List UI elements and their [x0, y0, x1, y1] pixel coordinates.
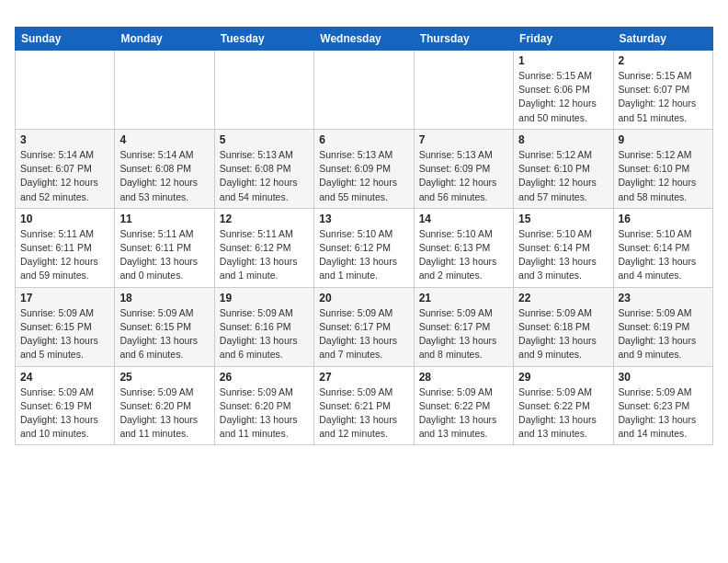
day-info: Sunrise: 5:10 AM Sunset: 6:13 PM Dayligh… — [419, 227, 508, 283]
weekday-header-cell: Wednesday — [314, 28, 414, 51]
calendar-cell: 5Sunrise: 5:13 AM Sunset: 6:08 PM Daylig… — [214, 129, 313, 208]
weekday-header-cell: Friday — [514, 28, 613, 51]
day-info: Sunrise: 5:09 AM Sunset: 6:23 PM Dayligh… — [619, 385, 708, 442]
calendar-cell: 18Sunrise: 5:09 AM Sunset: 6:15 PM Dayli… — [115, 287, 214, 366]
weekday-header-cell: Monday — [115, 28, 214, 51]
day-info: Sunrise: 5:13 AM Sunset: 6:08 PM Dayligh… — [220, 148, 309, 204]
day-info: Sunrise: 5:11 AM Sunset: 6:12 PM Dayligh… — [220, 227, 309, 283]
day-info: Sunrise: 5:10 AM Sunset: 6:14 PM Dayligh… — [619, 227, 708, 283]
day-number: 2 — [619, 54, 708, 67]
day-info: Sunrise: 5:09 AM Sunset: 6:15 PM Dayligh… — [119, 306, 209, 362]
calendar-cell: 2Sunrise: 5:15 AM Sunset: 6:07 PM Daylig… — [613, 51, 712, 130]
calendar-cell — [115, 51, 214, 130]
day-number: 19 — [220, 292, 309, 304]
calendar-week-row: 1Sunrise: 5:15 AM Sunset: 6:06 PM Daylig… — [16, 51, 713, 130]
day-number: 26 — [220, 371, 309, 384]
calendar-body: 1Sunrise: 5:15 AM Sunset: 6:06 PM Daylig… — [16, 51, 713, 445]
day-number: 30 — [619, 371, 708, 384]
day-number: 4 — [119, 133, 209, 146]
day-number: 22 — [518, 292, 608, 304]
day-info: Sunrise: 5:11 AM Sunset: 6:11 PM Dayligh… — [119, 227, 209, 283]
weekday-header-cell: Thursday — [414, 28, 513, 51]
day-number: 23 — [619, 292, 708, 304]
day-info: Sunrise: 5:14 AM Sunset: 6:08 PM Dayligh… — [119, 148, 209, 204]
calendar-cell — [414, 51, 513, 130]
calendar-cell: 6Sunrise: 5:13 AM Sunset: 6:09 PM Daylig… — [314, 129, 414, 208]
day-number: 11 — [119, 213, 209, 225]
day-number: 13 — [319, 213, 408, 225]
day-number: 9 — [619, 133, 708, 146]
day-info: Sunrise: 5:14 AM Sunset: 6:07 PM Dayligh… — [20, 148, 109, 204]
day-info: Sunrise: 5:10 AM Sunset: 6:12 PM Dayligh… — [319, 227, 408, 283]
day-info: Sunrise: 5:09 AM Sunset: 6:22 PM Dayligh… — [419, 385, 508, 442]
day-number: 8 — [518, 133, 608, 146]
day-info: Sunrise: 5:09 AM Sunset: 6:15 PM Dayligh… — [20, 306, 109, 362]
day-number: 12 — [220, 213, 309, 225]
calendar-cell: 17Sunrise: 5:09 AM Sunset: 6:15 PM Dayli… — [16, 287, 115, 366]
calendar-cell: 24Sunrise: 5:09 AM Sunset: 6:19 PM Dayli… — [16, 366, 115, 445]
day-number: 14 — [419, 213, 508, 225]
day-number: 6 — [319, 133, 408, 146]
day-info: Sunrise: 5:09 AM Sunset: 6:22 PM Dayligh… — [518, 385, 608, 442]
calendar-table: SundayMondayTuesdayWednesdayThursdayFrid… — [15, 27, 713, 445]
calendar-cell: 19Sunrise: 5:09 AM Sunset: 6:16 PM Dayli… — [214, 287, 313, 366]
day-number: 3 — [20, 133, 109, 146]
day-info: Sunrise: 5:12 AM Sunset: 6:10 PM Dayligh… — [518, 148, 608, 204]
day-number: 10 — [20, 213, 109, 225]
calendar-cell: 13Sunrise: 5:10 AM Sunset: 6:12 PM Dayli… — [314, 208, 414, 287]
day-number: 28 — [419, 371, 508, 384]
day-info: Sunrise: 5:09 AM Sunset: 6:17 PM Dayligh… — [419, 306, 508, 362]
day-number: 29 — [518, 371, 608, 384]
day-info: Sunrise: 5:10 AM Sunset: 6:14 PM Dayligh… — [518, 227, 608, 283]
day-info: Sunrise: 5:13 AM Sunset: 6:09 PM Dayligh… — [419, 148, 508, 204]
day-info: Sunrise: 5:09 AM Sunset: 6:19 PM Dayligh… — [20, 385, 109, 442]
calendar-cell: 1Sunrise: 5:15 AM Sunset: 6:06 PM Daylig… — [514, 51, 613, 130]
calendar-cell — [16, 51, 115, 130]
day-info: Sunrise: 5:09 AM Sunset: 6:21 PM Dayligh… — [319, 385, 408, 442]
day-info: Sunrise: 5:09 AM Sunset: 6:17 PM Dayligh… — [319, 306, 408, 362]
day-info: Sunrise: 5:15 AM Sunset: 6:07 PM Dayligh… — [619, 69, 708, 125]
calendar-cell: 8Sunrise: 5:12 AM Sunset: 6:10 PM Daylig… — [514, 129, 613, 208]
calendar-cell: 23Sunrise: 5:09 AM Sunset: 6:19 PM Dayli… — [613, 287, 712, 366]
calendar-cell: 29Sunrise: 5:09 AM Sunset: 6:22 PM Dayli… — [514, 366, 613, 445]
day-number: 18 — [119, 292, 209, 304]
calendar-cell: 14Sunrise: 5:10 AM Sunset: 6:13 PM Dayli… — [414, 208, 513, 287]
calendar-week-row: 3Sunrise: 5:14 AM Sunset: 6:07 PM Daylig… — [16, 129, 713, 208]
day-number: 16 — [619, 213, 708, 225]
calendar-cell: 25Sunrise: 5:09 AM Sunset: 6:20 PM Dayli… — [115, 366, 214, 445]
calendar-cell: 21Sunrise: 5:09 AM Sunset: 6:17 PM Dayli… — [414, 287, 513, 366]
calendar-cell: 20Sunrise: 5:09 AM Sunset: 6:17 PM Dayli… — [314, 287, 414, 366]
weekday-header-cell: Saturday — [613, 28, 712, 51]
calendar-cell — [314, 51, 414, 130]
calendar-cell — [214, 51, 313, 130]
calendar-cell: 26Sunrise: 5:09 AM Sunset: 6:20 PM Dayli… — [214, 366, 313, 445]
day-info: Sunrise: 5:15 AM Sunset: 6:06 PM Dayligh… — [518, 69, 608, 125]
day-number: 5 — [220, 133, 309, 146]
calendar-cell: 3Sunrise: 5:14 AM Sunset: 6:07 PM Daylig… — [16, 129, 115, 208]
calendar-cell: 16Sunrise: 5:10 AM Sunset: 6:14 PM Dayli… — [613, 208, 712, 287]
day-number: 1 — [518, 54, 608, 67]
calendar-cell: 30Sunrise: 5:09 AM Sunset: 6:23 PM Dayli… — [613, 366, 712, 445]
day-number: 17 — [20, 292, 109, 304]
day-info: Sunrise: 5:12 AM Sunset: 6:10 PM Dayligh… — [619, 148, 708, 204]
day-number: 15 — [518, 213, 608, 225]
page-header — [15, 15, 713, 19]
calendar-cell: 9Sunrise: 5:12 AM Sunset: 6:10 PM Daylig… — [613, 129, 712, 208]
calendar-week-row: 10Sunrise: 5:11 AM Sunset: 6:11 PM Dayli… — [16, 208, 713, 287]
day-info: Sunrise: 5:09 AM Sunset: 6:19 PM Dayligh… — [619, 306, 708, 362]
day-info: Sunrise: 5:09 AM Sunset: 6:18 PM Dayligh… — [518, 306, 608, 362]
day-info: Sunrise: 5:09 AM Sunset: 6:20 PM Dayligh… — [220, 385, 309, 442]
day-number: 24 — [20, 371, 109, 384]
calendar-cell: 4Sunrise: 5:14 AM Sunset: 6:08 PM Daylig… — [115, 129, 214, 208]
calendar-cell: 15Sunrise: 5:10 AM Sunset: 6:14 PM Dayli… — [514, 208, 613, 287]
day-number: 7 — [419, 133, 508, 146]
day-number: 21 — [419, 292, 508, 304]
day-number: 27 — [319, 371, 408, 384]
calendar-cell: 7Sunrise: 5:13 AM Sunset: 6:09 PM Daylig… — [414, 129, 513, 208]
day-number: 25 — [119, 371, 209, 384]
calendar-week-row: 24Sunrise: 5:09 AM Sunset: 6:19 PM Dayli… — [16, 366, 713, 445]
day-number: 20 — [319, 292, 408, 304]
calendar-cell: 11Sunrise: 5:11 AM Sunset: 6:11 PM Dayli… — [115, 208, 214, 287]
calendar-cell: 12Sunrise: 5:11 AM Sunset: 6:12 PM Dayli… — [214, 208, 313, 287]
calendar-cell: 22Sunrise: 5:09 AM Sunset: 6:18 PM Dayli… — [514, 287, 613, 366]
